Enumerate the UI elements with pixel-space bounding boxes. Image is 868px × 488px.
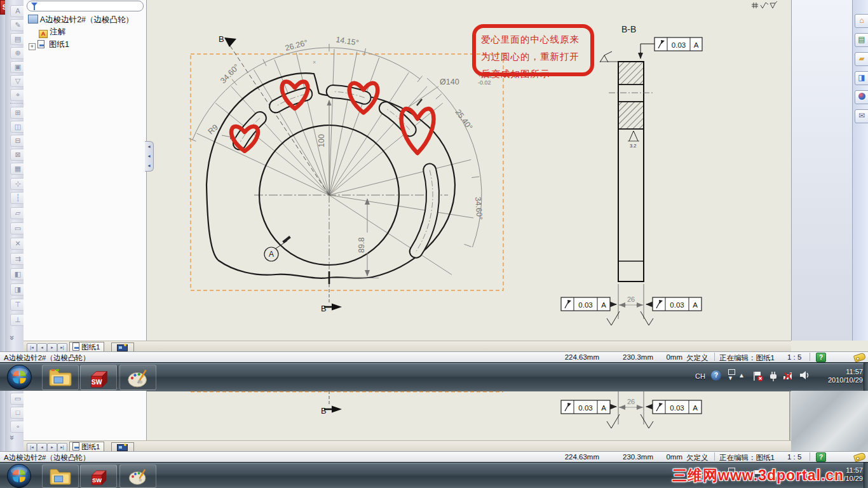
dim-angle-34-60-right[interactable]: 34.60°	[473, 196, 484, 220]
file-explorer-tab-icon[interactable]: ▰	[855, 52, 868, 66]
tree-item-label: 注解	[50, 27, 65, 36]
status-state: 欠定义	[686, 353, 709, 363]
sheet-nav-prev-icon[interactable]: ◂	[37, 443, 47, 452]
tree-root-item[interactable]: A边梭边针2#（边梭凸轮）	[28, 15, 133, 25]
status-scale[interactable]: 1 : 5	[787, 453, 801, 461]
start-button[interactable]	[6, 364, 32, 390]
expand-plus-icon[interactable]: +	[29, 43, 36, 50]
sheet-tab-active[interactable]: 图纸1	[69, 342, 104, 352]
surface-finish-bottom-icons	[607, 311, 653, 325]
surface-finish-bottom-icons	[607, 414, 653, 428]
tray-clock[interactable]: 11:57 2010/10/29	[817, 368, 863, 384]
dim-angle-26-26[interactable]: 26.26°	[284, 38, 309, 53]
tray-action-center-flag-icon[interactable]	[752, 370, 764, 382]
window-edge	[0, 0, 5, 351]
status-scale[interactable]: 1 : 5	[787, 353, 801, 361]
sheet-nav-last-icon[interactable]: ▸|	[57, 443, 67, 452]
tray-window-icon[interactable]	[728, 369, 735, 375]
tray-network-icon[interactable]	[782, 370, 795, 381]
tray-power-plug-icon[interactable]	[767, 370, 780, 382]
taskbar-explorer-button[interactable]	[42, 464, 79, 488]
quick-tips-help-icon[interactable]: ?	[816, 353, 826, 362]
home-tab-icon[interactable]: ⌂	[855, 14, 868, 28]
surface-finish-legend	[752, 1, 777, 8]
datum-a-callout[interactable]: A	[264, 236, 291, 261]
dim-vertical-100[interactable]: 100	[317, 134, 326, 147]
fcf-value: 0.03	[578, 404, 592, 412]
fcf-bottom-right[interactable]: 0.03 A	[653, 400, 702, 414]
status-doc-title: A边梭边针2#（边梭凸轮）	[4, 453, 90, 463]
fcf-bottom-left[interactable]: 0.03 A	[561, 400, 610, 414]
fcf-bottom-left[interactable]: 0.03 A	[561, 297, 610, 311]
fcf-bottom-right[interactable]: 0.03 A	[653, 297, 702, 311]
dim-angle-14-15[interactable]: 14.15°	[336, 35, 360, 48]
fcf-top[interactable]: 0.03 A	[641, 37, 702, 58]
filter-input[interactable]	[27, 1, 144, 11]
sheet-nav-next-icon[interactable]: ▸	[47, 343, 57, 352]
status-y: 230.3mm	[604, 453, 653, 461]
appearances-tab-icon[interactable]	[855, 90, 868, 104]
sheet-nav-prev-icon[interactable]: ◂	[37, 343, 47, 352]
section-view-bb[interactable]: B-B 3.2 0.03 A	[561, 24, 702, 325]
tree-item-annotations[interactable]: A 注解	[39, 27, 65, 38]
cam-slots[interactable]	[240, 92, 433, 252]
status-separator	[810, 353, 810, 361]
quick-tips-help-icon[interactable]: ?	[816, 452, 826, 462]
tag-icon[interactable]	[853, 452, 867, 462]
taskbar-explorer-button[interactable]	[42, 365, 79, 390]
tray-show-hidden-icons[interactable]: ▲	[738, 372, 745, 379]
sheet-nav-first-icon[interactable]: |◂	[27, 343, 37, 352]
sheet-page-icon	[72, 442, 79, 451]
custom-properties-tab-icon[interactable]: ✉	[855, 109, 868, 123]
note-line-1: 爱心里面的中心线原来	[481, 34, 580, 44]
show-desktop-button[interactable]	[864, 363, 868, 391]
toolbar-overflow-chevron-icon[interactable]: »	[8, 435, 17, 440]
tree-item-sheet[interactable]: + 图纸1	[29, 39, 69, 50]
dim-width-26: 26	[627, 295, 635, 303]
dim-height-89-8[interactable]: 89.8	[357, 238, 366, 253]
sheet-nav-last-icon[interactable]: ▸|	[57, 343, 67, 352]
filter-funnel-icon	[31, 3, 37, 6]
tray-volume-icon[interactable]	[799, 370, 811, 381]
section-arrow-b-top[interactable]: B	[219, 34, 236, 47]
taskbar-paint-button[interactable]	[119, 464, 156, 488]
sheet-tab-label: 图纸1	[81, 343, 100, 351]
design-library-tab-icon[interactable]: ▤	[855, 33, 868, 47]
solidworks-cube-icon: SW	[86, 466, 111, 488]
status-doc-title: A边梭边针2#（边梭凸轮）	[4, 353, 90, 363]
fcf-datum: A	[694, 41, 699, 49]
status-y: 230.3mm	[604, 353, 653, 361]
taskbar-solidworks-button[interactable]: SW	[80, 464, 117, 488]
status-z: 0mm	[656, 453, 682, 461]
width-dimension[interactable]: 26	[610, 284, 653, 319]
note-line-2: 为过圆心的，重新打开	[481, 51, 580, 62]
add-sheet-icon	[117, 344, 128, 351]
tree-item-label: 图纸1	[49, 40, 69, 49]
paint-palette-icon	[125, 466, 151, 487]
annotations-folder-icon: A	[39, 30, 48, 38]
section-arrow-b-bottom[interactable]: B	[321, 391, 342, 416]
taskbar-solidworks-button[interactable]: SW	[80, 365, 117, 390]
sheet-tab-active[interactable]: 图纸1	[69, 442, 104, 452]
dim-angle-34-60-left[interactable]: 34.60°	[219, 62, 241, 85]
view-b-label: B	[321, 304, 327, 313]
tray-help-icon[interactable]: ?	[711, 370, 721, 381]
sheet-nav-first-icon[interactable]: |◂	[27, 443, 37, 452]
status-separator	[810, 452, 810, 461]
datum-a-label: A	[269, 250, 274, 259]
view-palette-tab-icon[interactable]: ◨	[855, 71, 868, 85]
tray-caret-down-icon[interactable]: ▼	[728, 375, 733, 381]
tag-icon[interactable]	[853, 352, 867, 362]
dim-angle-25-40[interactable]: 25.40°	[454, 108, 475, 132]
dim-diameter-140[interactable]: Ø140	[440, 78, 459, 86]
drawing-canvas[interactable]: 34.60° 26.26° 14.15° 25.40° 34.60° Ø140 …	[146, 0, 791, 341]
sheet-nav-next-icon[interactable]: ▸	[47, 443, 57, 452]
toolbar-overflow-chevron-icon[interactable]: »	[8, 336, 17, 340]
drawing-canvas-fragment[interactable]: B 26 0.03 A 0	[146, 391, 791, 440]
section-arrow-b-bottom[interactable]: B	[321, 304, 342, 314]
show-desktop-button[interactable]	[864, 463, 868, 488]
taskbar-paint-button[interactable]	[119, 365, 156, 390]
tray-language-indicator[interactable]: CH	[695, 372, 705, 380]
start-button[interactable]	[6, 463, 32, 488]
status-editing: 正在编辑：图纸1	[719, 353, 775, 363]
